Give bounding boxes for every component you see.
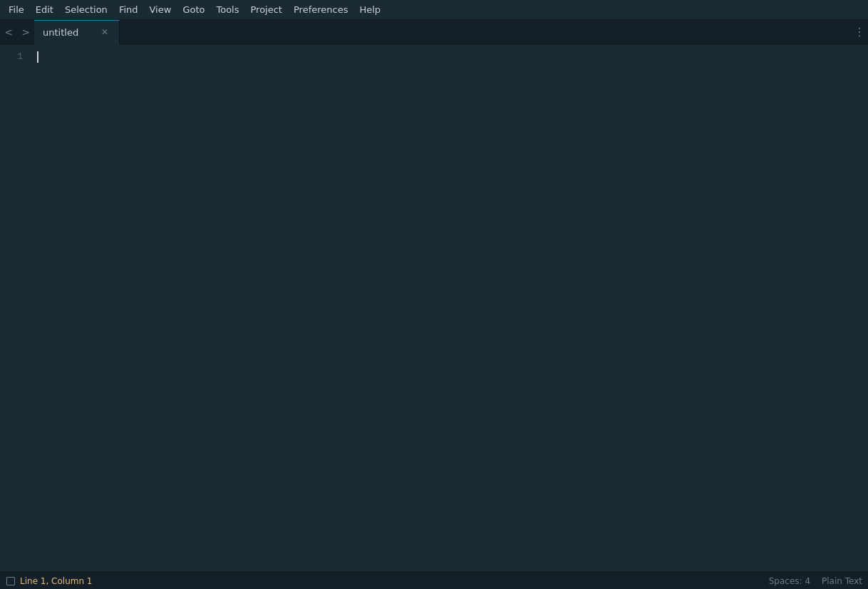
status-position[interactable]: Line 1, Column 1 xyxy=(20,576,93,586)
tab-nav-next[interactable]: > xyxy=(17,20,34,44)
menu-item-help[interactable]: Help xyxy=(353,2,386,17)
tab-nav-prev[interactable]: < xyxy=(0,20,17,44)
menu-item-preferences[interactable]: Preferences xyxy=(288,2,353,17)
line-numbers: 1 xyxy=(0,44,31,572)
menu-item-find[interactable]: Find xyxy=(113,2,144,17)
editor-content[interactable] xyxy=(31,44,868,572)
menu-item-edit[interactable]: Edit xyxy=(30,2,59,17)
status-right: Spaces: 4 Plain Text xyxy=(769,576,862,586)
tab-close-button[interactable]: ✕ xyxy=(99,26,110,38)
menu-item-goto[interactable]: Goto xyxy=(177,2,210,17)
menu-item-tools[interactable]: Tools xyxy=(210,2,244,17)
status-indicator xyxy=(6,576,16,586)
status-language[interactable]: Plain Text xyxy=(822,576,862,586)
menu-item-view[interactable]: View xyxy=(144,2,177,17)
status-indicator-icon xyxy=(6,577,15,585)
menu-item-selection[interactable]: Selection xyxy=(59,2,113,17)
text-cursor xyxy=(37,51,38,63)
status-bar: Line 1, Column 1 Spaces: 4 Plain Text xyxy=(0,572,868,589)
line-number-1: 1 xyxy=(0,50,23,64)
menu-item-project[interactable]: Project xyxy=(244,2,287,17)
tab-untitled[interactable]: untitled ✕ xyxy=(34,20,120,44)
status-left: Line 1, Column 1 xyxy=(6,576,93,586)
menu-bar: FileEditSelectionFindViewGotoToolsProjec… xyxy=(0,0,868,20)
status-spaces[interactable]: Spaces: 4 xyxy=(769,576,810,586)
tab-bar: < > untitled ✕ ⋮ xyxy=(0,20,868,44)
tab-overflow-button[interactable]: ⋮ xyxy=(851,20,868,44)
menu-item-file[interactable]: File xyxy=(3,2,30,17)
tab-title: untitled xyxy=(43,27,93,38)
editor-area: 1 xyxy=(0,44,868,572)
